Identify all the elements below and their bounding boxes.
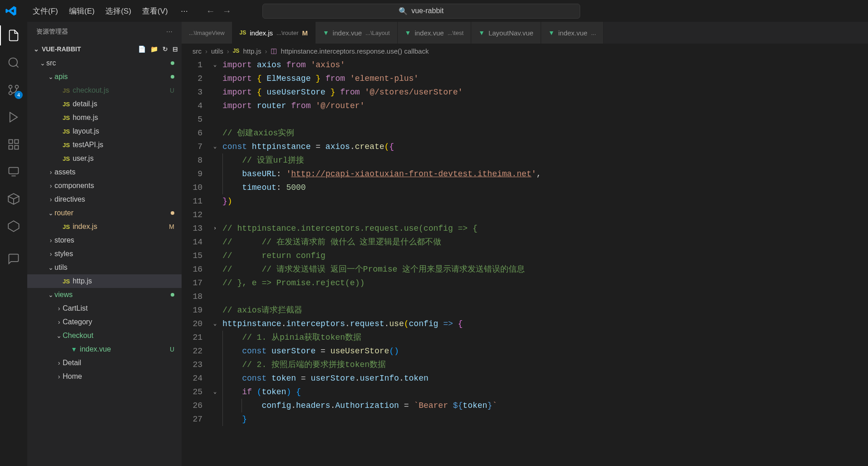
fold-column[interactable]: ⌄⌄›⌄⌄ [213, 58, 222, 466]
svg-point-4 [9, 85, 12, 89]
tree-folder[interactable]: ›styles [27, 247, 182, 261]
code-editor[interactable]: 1234567891011121314151617181920212223242… [182, 58, 868, 466]
tree-folder[interactable]: ›assets [27, 165, 182, 179]
menu-item[interactable]: 文件(F) [27, 3, 64, 19]
tree-folder[interactable]: ⌄apis [27, 70, 182, 84]
tree-folder[interactable]: ⌄Checkout [27, 329, 182, 342]
svg-point-2 [15, 85, 19, 89]
tree-file[interactable]: JSindex.jsM [27, 220, 182, 233]
svg-rect-10 [9, 168, 19, 174]
nav-arrows: ← → [206, 6, 232, 16]
editor-tab[interactable]: JSindex.js...\routerM [232, 22, 316, 44]
sidebar-title: 资源管理器 [36, 28, 68, 36]
editor-tab[interactable]: ▼index.vue...\Layout [316, 22, 398, 44]
title-bar: 文件(F)编辑(E)选择(S)查看(V) ⋯ ← → 🔍 vue-rabbit [0, 0, 868, 22]
editor-tab[interactable]: ▼index.vue... [541, 22, 604, 44]
menu-item[interactable]: 查看(V) [137, 3, 173, 19]
editor-tab[interactable]: ▼index.vue...\test [398, 22, 471, 44]
svg-rect-9 [15, 145, 18, 149]
sidebar-more-icon[interactable]: ⋯ [166, 28, 173, 35]
breadcrumb-part[interactable]: utils [211, 47, 223, 55]
search-icon: 🔍 [399, 7, 408, 15]
tree-folder[interactable]: ›CartList [27, 302, 182, 315]
tree-folder[interactable]: ›Detail [27, 356, 182, 370]
activity-hex-icon[interactable] [5, 218, 22, 234]
tree-folder[interactable]: ⌄views [27, 288, 182, 302]
new-file-icon[interactable]: 📄 [138, 45, 146, 53]
file-tree: ⌄src⌄apisJScheckout.jsUJSdetail.jsJShome… [27, 56, 182, 466]
chevron-right-icon: › [227, 47, 229, 55]
tree-folder[interactable]: ⌄src [27, 56, 182, 70]
chevron-right-icon: › [265, 47, 267, 55]
editor-tabs: ...\ImageViewJSindex.js...\routerM▼index… [182, 22, 868, 44]
svg-rect-8 [9, 145, 13, 149]
activity-box-icon[interactable] [5, 191, 22, 207]
tree-file[interactable]: JSuser.js [27, 152, 182, 165]
breadcrumb-symbol[interactable]: httpinstance.interceptors.response.use()… [281, 47, 429, 55]
tree-file[interactable]: JSdetail.js [27, 97, 182, 111]
command-center-text: vue-rabbit [411, 7, 444, 15]
tree-file[interactable]: JStestAPI.js [27, 138, 182, 152]
tree-folder[interactable]: ›components [27, 179, 182, 193]
editor-tab[interactable]: ...\ImageView [182, 22, 232, 44]
new-folder-icon[interactable]: 📁 [150, 45, 158, 53]
tree-folder[interactable]: ›directives [27, 193, 182, 206]
breadcrumb-file[interactable]: http.js [243, 47, 261, 55]
editor-tab[interactable]: ▼LayoutNav.vue [471, 22, 541, 44]
tree-file[interactable]: JSlayout.js [27, 124, 182, 138]
tree-folder[interactable]: ›stores [27, 233, 182, 247]
nav-forward-icon[interactable]: → [222, 6, 232, 16]
activity-bar: 4 [0, 22, 27, 466]
svg-point-0 [9, 58, 18, 67]
activity-comment-icon[interactable] [5, 251, 22, 267]
menu-item[interactable]: 编辑(E) [64, 3, 100, 19]
activity-explorer-icon[interactable] [5, 27, 22, 44]
tree-file[interactable]: ▼index.vueU [27, 342, 182, 356]
activity-extensions-icon[interactable] [5, 136, 22, 153]
folder-actions: 📄 📁 ↻ ⊟ [138, 45, 178, 53]
collapse-icon[interactable]: ⊟ [173, 45, 178, 53]
tree-file[interactable]: JShome.js [27, 111, 182, 124]
activity-scm-icon[interactable]: 4 [5, 82, 22, 98]
folder-header[interactable]: ⌄ VUE-RABBIT 📄 📁 ↻ ⊟ [27, 42, 182, 56]
symbol-icon: ◫ [271, 47, 277, 55]
refresh-icon[interactable]: ↻ [163, 45, 168, 53]
folder-name: VUE-RABBIT [42, 45, 81, 53]
code-content[interactable]: import axios from 'axios'import { ElMess… [222, 58, 868, 466]
activity-debug-icon[interactable] [5, 109, 22, 125]
scm-badge: 4 [15, 91, 23, 99]
tree-file[interactable]: JScheckout.jsU [27, 84, 182, 97]
nav-back-icon[interactable]: ← [206, 6, 215, 16]
sidebar: 资源管理器 ⋯ ⌄ VUE-RABBIT 📄 📁 ↻ ⊟ ⌄src⌄apisJS… [27, 22, 182, 466]
svg-rect-7 [15, 140, 18, 144]
chevron-right-icon: › [205, 47, 207, 55]
breadcrumb-part[interactable]: src [192, 47, 202, 55]
js-file-icon: JS [233, 48, 240, 54]
tree-folder[interactable]: ›Category [27, 315, 182, 329]
menu-bar: 文件(F)编辑(E)选择(S)查看(V) [27, 3, 173, 19]
activity-search-icon[interactable] [5, 55, 22, 71]
svg-line-1 [16, 65, 18, 67]
line-gutter: 1234567891011121314151617181920212223242… [182, 58, 213, 466]
svg-marker-5 [10, 113, 17, 122]
tree-folder[interactable]: ›Home [27, 370, 182, 383]
command-center[interactable]: 🔍 vue-rabbit [262, 4, 580, 19]
svg-marker-12 [8, 221, 19, 231]
editor-group: ...\ImageViewJSindex.js...\routerM▼index… [182, 22, 868, 466]
vscode-logo-icon [4, 4, 18, 18]
menu-item[interactable]: 选择(S) [100, 3, 137, 19]
svg-rect-6 [9, 140, 13, 144]
tree-file[interactable]: JShttp.js [27, 274, 182, 288]
tree-folder[interactable]: ⌄router [27, 206, 182, 220]
breadcrumb-bar[interactable]: src › utils › JS http.js › ◫ httpinstanc… [182, 44, 868, 58]
svg-point-3 [9, 92, 12, 95]
tree-folder[interactable]: ⌄utils [27, 261, 182, 274]
activity-remote-icon[interactable] [5, 164, 22, 180]
menu-overflow-icon[interactable]: ⋯ [175, 4, 193, 18]
sidebar-header: 资源管理器 ⋯ [27, 22, 182, 42]
